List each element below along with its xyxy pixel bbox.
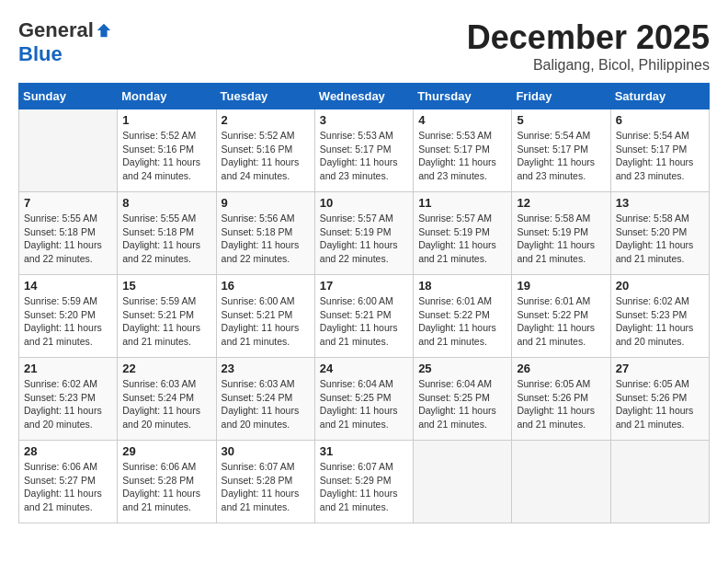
day-info: Sunrise: 6:01 AMSunset: 5:22 PMDaylight:…	[418, 294, 506, 349]
calendar-cell: 23Sunrise: 6:03 AMSunset: 5:24 PMDayligh…	[216, 358, 314, 441]
weekday-header-friday: Friday	[512, 84, 610, 109]
day-number: 5	[517, 113, 605, 127]
calendar-cell: 10Sunrise: 5:57 AMSunset: 5:19 PMDayligh…	[314, 192, 413, 275]
day-info: Sunrise: 5:56 AMSunset: 5:18 PMDaylight:…	[222, 212, 310, 266]
logo: General Blue	[18, 18, 112, 66]
calendar-cell: 29Sunrise: 6:06 AMSunset: 5:28 PMDayligh…	[118, 441, 216, 523]
svg-marker-0	[97, 24, 110, 37]
day-number: 12	[517, 196, 605, 210]
weekday-header-saturday: Saturday	[610, 84, 709, 109]
calendar-cell: 31Sunrise: 6:07 AMSunset: 5:29 PMDayligh…	[314, 441, 413, 523]
day-info: Sunrise: 6:07 AMSunset: 5:29 PMDaylight:…	[320, 460, 408, 514]
day-info: Sunrise: 6:02 AMSunset: 5:23 PMDaylight:…	[616, 294, 704, 349]
day-info: Sunrise: 5:57 AMSunset: 5:19 PMDaylight:…	[418, 212, 506, 266]
month-title: December 2025	[467, 18, 710, 57]
calendar-cell: 5Sunrise: 5:54 AMSunset: 5:17 PMDaylight…	[512, 109, 610, 192]
day-number: 8	[122, 196, 210, 210]
calendar-cell: 20Sunrise: 6:02 AMSunset: 5:23 PMDayligh…	[610, 275, 709, 358]
day-info: Sunrise: 5:55 AMSunset: 5:18 PMDaylight:…	[24, 212, 112, 266]
weekday-header-thursday: Thursday	[414, 84, 512, 109]
weekday-header-sunday: Sunday	[19, 84, 118, 109]
day-info: Sunrise: 6:00 AMSunset: 5:21 PMDaylight:…	[222, 294, 310, 349]
day-number: 22	[122, 362, 210, 375]
day-info: Sunrise: 6:03 AMSunset: 5:24 PMDaylight:…	[222, 377, 310, 431]
calendar-cell: 12Sunrise: 5:58 AMSunset: 5:19 PMDayligh…	[512, 192, 610, 275]
calendar-cell: 2Sunrise: 5:52 AMSunset: 5:16 PMDaylight…	[216, 109, 314, 192]
weekday-header-wednesday: Wednesday	[314, 84, 413, 109]
calendar-table: SundayMondayTuesdayWednesdayThursdayFrid…	[18, 83, 710, 523]
day-info: Sunrise: 5:57 AMSunset: 5:19 PMDaylight:…	[320, 212, 408, 266]
day-number: 14	[24, 279, 112, 293]
calendar-cell: 22Sunrise: 6:03 AMSunset: 5:24 PMDayligh…	[118, 358, 216, 441]
day-info: Sunrise: 5:53 AMSunset: 5:17 PMDaylight:…	[320, 129, 408, 183]
day-info: Sunrise: 6:05 AMSunset: 5:26 PMDaylight:…	[616, 377, 704, 431]
calendar-cell	[512, 441, 610, 523]
calendar-cell: 19Sunrise: 6:01 AMSunset: 5:22 PMDayligh…	[512, 275, 610, 358]
calendar-cell: 27Sunrise: 6:05 AMSunset: 5:26 PMDayligh…	[610, 358, 709, 441]
day-number: 2	[222, 113, 310, 127]
calendar-cell: 21Sunrise: 6:02 AMSunset: 5:23 PMDayligh…	[19, 358, 118, 441]
logo-icon	[96, 22, 112, 39]
day-number: 13	[616, 196, 704, 210]
calendar-cell	[610, 441, 709, 523]
week-row-2: 7Sunrise: 5:55 AMSunset: 5:18 PMDaylight…	[19, 192, 710, 275]
day-info: Sunrise: 5:58 AMSunset: 5:19 PMDaylight:…	[517, 212, 605, 266]
day-number: 23	[222, 362, 310, 375]
day-number: 18	[418, 279, 506, 293]
weekday-header-tuesday: Tuesday	[216, 84, 314, 109]
day-info: Sunrise: 6:03 AMSunset: 5:24 PMDaylight:…	[122, 377, 210, 431]
week-row-1: 1Sunrise: 5:52 AMSunset: 5:16 PMDaylight…	[19, 109, 710, 192]
day-number: 20	[616, 279, 704, 293]
calendar-cell: 1Sunrise: 5:52 AMSunset: 5:16 PMDaylight…	[118, 109, 216, 192]
day-info: Sunrise: 5:53 AMSunset: 5:17 PMDaylight:…	[418, 129, 506, 183]
day-number: 4	[418, 113, 506, 127]
calendar-cell: 11Sunrise: 5:57 AMSunset: 5:19 PMDayligh…	[414, 192, 512, 275]
day-number: 6	[616, 113, 704, 127]
day-number: 10	[320, 196, 408, 210]
calendar-cell: 13Sunrise: 5:58 AMSunset: 5:20 PMDayligh…	[610, 192, 709, 275]
day-number: 26	[517, 362, 605, 375]
calendar-cell: 24Sunrise: 6:04 AMSunset: 5:25 PMDayligh…	[314, 358, 413, 441]
logo-blue-text: Blue	[18, 42, 63, 65]
day-info: Sunrise: 6:06 AMSunset: 5:28 PMDaylight:…	[122, 460, 210, 514]
day-number: 17	[320, 279, 408, 293]
calendar-cell: 26Sunrise: 6:05 AMSunset: 5:26 PMDayligh…	[512, 358, 610, 441]
calendar-cell: 15Sunrise: 5:59 AMSunset: 5:21 PMDayligh…	[118, 275, 216, 358]
day-info: Sunrise: 5:54 AMSunset: 5:17 PMDaylight:…	[517, 129, 605, 183]
day-info: Sunrise: 5:55 AMSunset: 5:18 PMDaylight:…	[122, 212, 210, 266]
calendar-cell: 25Sunrise: 6:04 AMSunset: 5:25 PMDayligh…	[414, 358, 512, 441]
calendar-cell: 9Sunrise: 5:56 AMSunset: 5:18 PMDaylight…	[216, 192, 314, 275]
day-number: 16	[222, 279, 310, 293]
day-info: Sunrise: 6:00 AMSunset: 5:21 PMDaylight:…	[320, 294, 408, 349]
calendar-cell: 4Sunrise: 5:53 AMSunset: 5:17 PMDaylight…	[414, 109, 512, 192]
weekday-header-row: SundayMondayTuesdayWednesdayThursdayFrid…	[19, 84, 710, 109]
day-info: Sunrise: 5:59 AMSunset: 5:20 PMDaylight:…	[24, 294, 112, 349]
day-number: 1	[122, 113, 210, 127]
day-number: 3	[320, 113, 408, 127]
day-number: 11	[418, 196, 506, 210]
day-number: 27	[616, 362, 704, 375]
day-info: Sunrise: 5:58 AMSunset: 5:20 PMDaylight:…	[616, 212, 704, 266]
calendar-cell: 16Sunrise: 6:00 AMSunset: 5:21 PMDayligh…	[216, 275, 314, 358]
calendar-cell: 30Sunrise: 6:07 AMSunset: 5:28 PMDayligh…	[216, 441, 314, 523]
title-block: December 2025 Baligang, Bicol, Philippin…	[467, 18, 710, 74]
day-number: 30	[222, 444, 310, 458]
day-number: 25	[418, 362, 506, 375]
day-info: Sunrise: 6:05 AMSunset: 5:26 PMDaylight:…	[517, 377, 605, 431]
day-info: Sunrise: 5:52 AMSunset: 5:16 PMDaylight:…	[122, 129, 210, 183]
day-number: 15	[122, 279, 210, 293]
day-number: 28	[24, 444, 112, 458]
weekday-header-monday: Monday	[118, 84, 216, 109]
calendar-cell: 7Sunrise: 5:55 AMSunset: 5:18 PMDaylight…	[19, 192, 118, 275]
day-info: Sunrise: 5:54 AMSunset: 5:17 PMDaylight:…	[616, 129, 704, 183]
calendar-cell	[414, 441, 512, 523]
day-info: Sunrise: 6:06 AMSunset: 5:27 PMDaylight:…	[24, 460, 112, 514]
calendar-cell: 8Sunrise: 5:55 AMSunset: 5:18 PMDaylight…	[118, 192, 216, 275]
week-row-3: 14Sunrise: 5:59 AMSunset: 5:20 PMDayligh…	[19, 275, 710, 358]
calendar-cell: 6Sunrise: 5:54 AMSunset: 5:17 PMDaylight…	[610, 109, 709, 192]
day-info: Sunrise: 5:52 AMSunset: 5:16 PMDaylight:…	[222, 129, 310, 183]
day-number: 7	[24, 196, 112, 210]
day-info: Sunrise: 6:04 AMSunset: 5:25 PMDaylight:…	[418, 377, 506, 431]
logo-general-text: General	[18, 18, 94, 42]
day-number: 9	[222, 196, 310, 210]
